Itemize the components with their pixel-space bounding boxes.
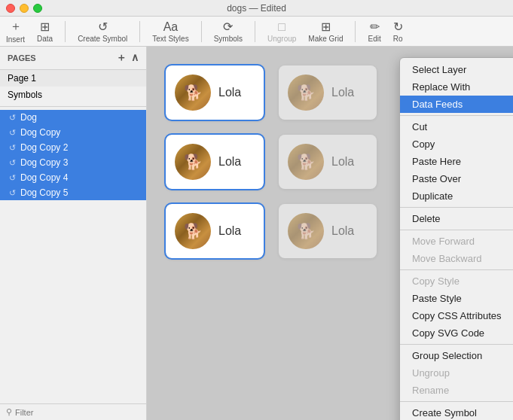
filter-icon: ⚲ — [6, 407, 12, 417]
toolbar-data[interactable]: ⊞ Data — [37, 20, 53, 43]
toolbar-create-symbol-label: Create Symbol — [78, 35, 127, 43]
canvas: 🐕 Lola 🐕 Lola 🐕 Lola 🐕 Lola — [147, 47, 513, 420]
data-icon: ⊞ — [40, 20, 50, 34]
toolbar-symbols[interactable]: ⟳ Symbols — [214, 20, 243, 43]
toolbar-ro[interactable]: ↻ Ro — [393, 20, 403, 43]
menu-item-paste-style[interactable]: Paste Style — [400, 290, 513, 307]
layer-item-dog-copy[interactable]: ↺ Dog Copy — [0, 125, 146, 140]
menu-item-label: Replace With — [412, 81, 470, 93]
card-name-4: Lola — [331, 155, 354, 169]
pages-actions: ＋ ∧ — [116, 51, 139, 65]
minimize-button[interactable] — [20, 4, 29, 13]
menu-item-paste-here[interactable]: Paste Here — [400, 153, 513, 170]
layer-item-dog-copy-3[interactable]: ↺ Dog Copy 3 — [0, 155, 146, 170]
menu-item-label: Rename — [412, 385, 449, 396]
add-page-button[interactable]: ＋ — [116, 51, 127, 65]
ungroup-icon: □ — [278, 20, 286, 34]
menu-item-label: Paste Here — [412, 156, 461, 167]
menu-item-label: Delete — [412, 213, 441, 224]
menu-item-create-symbol[interactable]: Create Symbol — [400, 404, 513, 420]
card-2: 🐕 Lola — [279, 65, 377, 120]
sidebar-filter: ⚲ — [0, 403, 146, 420]
menu-item-copy-css[interactable]: Copy CSS Attributes — [400, 307, 513, 324]
maximize-button[interactable] — [33, 4, 42, 13]
menu-item-ungroup: Ungroup — [400, 364, 513, 382]
toolbar-edit[interactable]: ✏ Edit — [368, 20, 380, 43]
menu-item-replace-with[interactable]: Replace With ▶ — [400, 78, 513, 96]
menu-item-label: Copy Style — [412, 275, 460, 287]
menu-divider — [400, 115, 513, 116]
menu-item-label: Create Symbol — [412, 407, 477, 418]
menu-item-label: Data Feeds — [412, 99, 463, 110]
layer-label: Dog Copy 4 — [20, 172, 68, 183]
dog-image-6: 🐕 — [288, 213, 324, 249]
menu-item-label: Cut — [412, 121, 427, 132]
collapse-pages-button[interactable]: ∧ — [131, 51, 139, 65]
avatar-6: 🐕 — [288, 213, 324, 249]
avatar-2: 🐕 — [288, 75, 324, 111]
filter-input[interactable] — [15, 408, 119, 417]
menu-item-label: Paste Over — [412, 173, 461, 184]
layer-item-dog-copy-2[interactable]: ↺ Dog Copy 2 — [0, 140, 146, 155]
ro-icon: ↻ — [393, 20, 403, 34]
layer-sync-icon: ↺ — [9, 173, 16, 183]
card-5: 🐕 Lola — [166, 204, 264, 258]
card-name-2: Lola — [331, 86, 354, 99]
toolbar-insert[interactable]: ＋ Insert — [6, 19, 25, 44]
toolbar-divider-5 — [355, 21, 356, 42]
menu-item-duplicate[interactable]: Duplicate — [400, 187, 513, 205]
avatar-1: 🐕 — [175, 75, 211, 111]
toolbar-divider-2 — [139, 21, 140, 42]
menu-item-label: Group Selection — [412, 350, 482, 361]
layer-item-dog-copy-5[interactable]: ↺ Dog Copy 5 — [0, 185, 146, 200]
menu-item-delete[interactable]: Delete — [400, 210, 513, 227]
toolbar-text-styles[interactable]: Aa Text Styles — [152, 20, 188, 43]
insert-icon: ＋ — [10, 19, 22, 35]
create-symbol-icon: ↺ — [98, 20, 108, 34]
menu-item-group-selection[interactable]: Group Selection — [400, 347, 513, 364]
page-item-symbols[interactable]: Symbols — [0, 87, 146, 103]
dog-image-5: 🐕 — [175, 213, 211, 249]
toolbar-create-symbol[interactable]: ↺ Create Symbol — [78, 20, 127, 43]
layer-item-dog[interactable]: ↺ Dog — [0, 110, 146, 125]
menu-item-paste-over[interactable]: Paste Over — [400, 170, 513, 187]
layer-label: Dog Copy — [20, 127, 60, 138]
symbols-icon: ⟳ — [223, 20, 233, 34]
layer-item-dog-copy-4[interactable]: ↺ Dog Copy 4 — [0, 170, 146, 185]
page-item-page1[interactable]: Page 1 — [0, 70, 146, 87]
dog-image-1: 🐕 — [175, 75, 211, 111]
close-button[interactable] — [6, 4, 15, 13]
layer-sync-icon: ↺ — [9, 158, 16, 168]
page-item-label: Symbols — [8, 90, 42, 100]
toolbar-text-styles-label: Text Styles — [152, 35, 188, 43]
toolbar-make-grid-label: Make Grid — [308, 35, 343, 43]
card-name-3: Lola — [218, 155, 241, 169]
card-name-5: Lola — [218, 224, 241, 238]
toolbar-make-grid[interactable]: ⊞ Make Grid — [308, 20, 343, 43]
card-3: 🐕 Lola — [166, 135, 264, 189]
make-grid-icon: ⊞ — [321, 20, 331, 34]
menu-item-copy-svg[interactable]: Copy SVG Code — [400, 324, 513, 342]
card-6: 🐕 Lola — [279, 204, 377, 258]
card-4: 🐕 Lola — [279, 135, 377, 189]
menu-item-data-feeds[interactable]: Data Feeds ▶ — [400, 96, 513, 113]
layer-sync-icon: ↺ — [9, 128, 16, 138]
menu-divider — [400, 401, 513, 402]
sidebar: PAGES ＋ ∧ Page 1 Symbols ↺ Dog ↺ Dog Cop… — [0, 47, 147, 420]
toolbar-ungroup-label: Ungroup — [267, 35, 296, 43]
toolbar: ＋ Insert ⊞ Data ↺ Create Symbol Aa Text … — [0, 17, 513, 47]
menu-item-label: Copy — [412, 138, 435, 150]
main-layout: PAGES ＋ ∧ Page 1 Symbols ↺ Dog ↺ Dog Cop… — [0, 47, 513, 420]
canvas-cards: 🐕 Lola 🐕 Lola 🐕 Lola 🐕 Lola — [158, 58, 384, 266]
menu-item-label: Copy CSS Attributes — [412, 310, 502, 321]
dog-image-4: 🐕 — [288, 144, 324, 180]
toolbar-ungroup[interactable]: □ Ungroup — [267, 20, 296, 43]
menu-item-label: Paste Style — [412, 293, 462, 304]
layer-sync-icon: ↺ — [9, 113, 16, 123]
menu-item-select-layer[interactable]: Select Layer ▶ — [400, 61, 513, 78]
menu-item-label: Move Backward — [412, 253, 481, 264]
layer-sync-icon: ↺ — [9, 143, 16, 153]
menu-item-copy[interactable]: Copy — [400, 135, 513, 153]
menu-item-cut[interactable]: Cut — [400, 118, 513, 135]
card-name-1: Lola — [218, 86, 241, 99]
